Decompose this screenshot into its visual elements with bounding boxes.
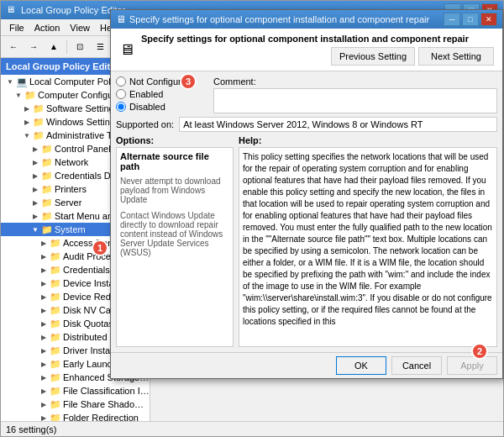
folder-icon: 📁: [41, 183, 53, 195]
dialog-close[interactable]: ✕: [480, 13, 497, 26]
folder-icon: 📁: [50, 398, 61, 410]
options-text: Alternate source file path: [120, 151, 229, 171]
folder-icon: 📁: [41, 210, 53, 222]
expand-icon: ▼: [29, 224, 41, 235]
folder-icon: 💻: [16, 76, 28, 87]
help-panel: Help: This policy setting specifies the …: [239, 135, 497, 347]
radio-disabled-label: Disabled: [129, 102, 165, 112]
tree-item-file-class[interactable]: ▶ 📁 File Classification Inf...: [1, 384, 150, 398]
radio-not-configured-input[interactable]: [116, 76, 126, 87]
folder-icon: 📁: [50, 304, 61, 316]
expand-icon: ▶: [38, 345, 50, 356]
menu-action[interactable]: Action: [29, 21, 66, 34]
comment-label: Comment:: [213, 76, 497, 87]
options-content: Alternate source file path Never attempt…: [116, 147, 234, 347]
dialog-title-bar: 🖥 Specify settings for optional componen…: [111, 10, 502, 29]
expand-icon: ▶: [38, 250, 50, 262]
dialog-window: 🖥 Specify settings for optional componen…: [110, 9, 503, 379]
prev-setting-button[interactable]: Previous Setting: [331, 47, 415, 66]
folder-icon: 📁: [50, 237, 61, 249]
ok-button[interactable]: OK: [336, 356, 386, 375]
folder-icon: 📁: [41, 143, 53, 155]
folder-icon: 📁: [50, 331, 61, 343]
help-content: This policy setting specifies the networ…: [239, 147, 497, 347]
tree-label: Disk Quotas: [63, 319, 113, 329]
expand-icon: ▶: [38, 358, 50, 370]
folder-icon: 📁: [50, 277, 61, 289]
dialog-header-text: Specify settings for optional component …: [141, 34, 494, 44]
filter-button[interactable]: ☰: [91, 39, 109, 55]
folder-icon: 📁: [50, 385, 61, 397]
tree-label: Folder Redirection: [63, 413, 139, 421]
folder-icon: 📁: [41, 197, 53, 208]
tree-item-folder-redir[interactable]: ▶ 📁 Folder Redirection: [1, 411, 150, 421]
tree-label: Software Settings: [46, 103, 118, 113]
tree-item-file-share[interactable]: ▶ 📁 File Share Shadow Copy Pro...: [1, 398, 150, 411]
expand-icon: ▼: [21, 129, 33, 141]
expand-icon: ▶: [29, 183, 41, 195]
tree-label-system: System: [55, 224, 86, 234]
folder-icon: 📁: [41, 224, 53, 235]
expand-icon: ▶: [38, 304, 50, 316]
expand-icon: ▼: [13, 89, 24, 101]
back-button[interactable]: ←: [4, 39, 23, 55]
main-window: 🖥 Local Group Policy Editor ─ □ ✕ File A…: [0, 0, 504, 437]
show-hide-button[interactable]: ⊡: [71, 39, 89, 55]
folder-icon: 📁: [50, 345, 61, 356]
comment-textarea[interactable]: [213, 88, 497, 113]
radio-disabled-input[interactable]: [116, 102, 126, 112]
expand-icon: ▶: [38, 237, 50, 249]
expand-icon: ▼: [4, 76, 16, 87]
expand-icon: ▶: [38, 371, 50, 383]
dialog-title-icon: 🖥: [116, 13, 126, 25]
expand-icon: ▶: [29, 197, 41, 208]
expand-icon: ▶: [38, 277, 50, 289]
folder-icon: 📁: [50, 291, 61, 303]
status-text: 16 setting(s): [6, 424, 57, 434]
expand-icon: ▶: [38, 331, 50, 343]
folder-icon: 📁: [33, 103, 45, 114]
dialog-maximize[interactable]: □: [462, 13, 479, 26]
dialog-title-buttons: ─ □ ✕: [444, 13, 497, 26]
tree-label: Network: [55, 157, 88, 167]
supported-on-value: At least Windows Server 2012, Windows 8 …: [179, 117, 497, 132]
expand-icon: ▶: [38, 398, 50, 410]
cancel-button[interactable]: Cancel: [391, 356, 442, 375]
expand-icon: ▶: [38, 412, 50, 421]
expand-icon: ▶: [29, 143, 41, 155]
tree-label: Control Panel: [55, 144, 111, 154]
folder-icon: 📁: [24, 89, 36, 101]
menu-file[interactable]: File: [4, 21, 29, 34]
menu-view[interactable]: View: [65, 21, 95, 34]
badge-3: 3: [180, 73, 197, 90]
expand-icon: ▶: [38, 264, 50, 276]
options-panel: Options: Alternate source file path Neve…: [116, 135, 234, 347]
forward-button[interactable]: →: [24, 39, 43, 55]
folder-icon: 📁: [50, 371, 61, 383]
options-subitem-0: Never attempt to download payload from W…: [120, 176, 229, 204]
help-label: Help:: [239, 135, 497, 145]
expand-icon: ▶: [38, 291, 50, 303]
dialog-buttons: OK Cancel Apply: [111, 352, 502, 378]
next-setting-button[interactable]: Next Setting: [418, 47, 494, 66]
dialog-title-text: Specify settings for optional component …: [129, 14, 444, 24]
apply-button[interactable]: Apply: [447, 356, 497, 375]
folder-icon: 📁: [33, 116, 45, 128]
dialog-minimize[interactable]: ─: [444, 13, 460, 26]
up-button[interactable]: ▲: [45, 39, 63, 55]
comment-section: Comment:: [213, 76, 497, 113]
dialog-header-icon: 🖥: [119, 41, 134, 59]
folder-icon: 📁: [41, 170, 53, 182]
radio-enabled[interactable]: Enabled: [116, 89, 208, 99]
tree-label: Server: [55, 197, 81, 208]
tree-label: Printers: [55, 184, 87, 194]
expand-icon: ▶: [29, 170, 41, 182]
supported-on-row: Supported on: At least Windows Server 20…: [116, 117, 497, 132]
expand-icon: ▶: [38, 385, 50, 397]
expand-icon: ▶: [29, 156, 41, 168]
radio-disabled[interactable]: Disabled: [116, 102, 208, 112]
options-label: Options:: [116, 135, 234, 145]
radio-enabled-input[interactable]: [116, 89, 126, 99]
folder-icon: 📁: [50, 250, 61, 262]
supported-on-label: Supported on:: [116, 119, 174, 129]
